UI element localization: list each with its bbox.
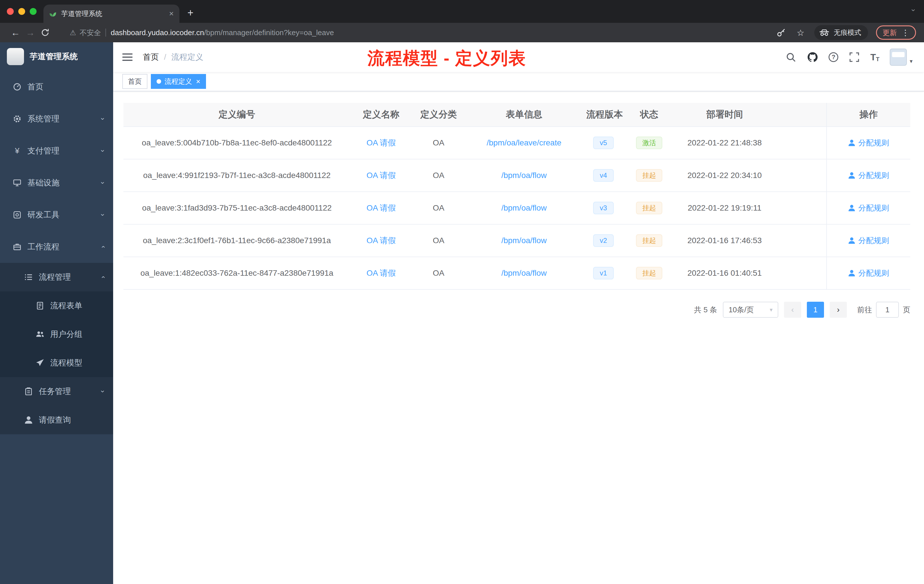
chrome-update-button[interactable]: 更新 ⋮ [876,25,916,40]
breadcrumb-home[interactable]: 首页 [143,52,159,63]
cell-category: OA [412,138,465,147]
browser-menu-icon[interactable]: ⋮ [901,28,909,38]
sidebar-item-label: 工作流程 [27,241,59,252]
sidebar-item-leave-query[interactable]: 请假查询 [0,406,113,434]
sidebar-item-process-management[interactable]: 流程管理 › [0,263,113,292]
tab-search-chevron-icon[interactable]: › [909,9,918,12]
cell-deploy-time: 2022-01-16 01:40:51 [674,269,826,278]
tag-home[interactable]: 首页 [122,74,147,89]
logo-avatar [7,48,24,65]
reload-button[interactable] [38,28,53,37]
assign-rule-link[interactable]: 分配规则 [848,268,889,278]
user-avatar-menu[interactable]: ▾ [890,49,912,66]
address-bar[interactable]: dashboard.yudao.iocoder.cn/bpm/manager/d… [111,28,776,37]
definition-name-link[interactable]: OA 请假 [366,203,396,212]
user-icon [24,416,33,425]
close-window-button[interactable] [7,8,14,15]
version-badge: v4 [593,169,614,182]
sidebar-logo[interactable]: 芋道管理系统 [0,42,113,71]
cell-form-info: /bpm/oa/flow [465,269,583,278]
security-chip[interactable]: ⚠ 不安全 [70,28,101,38]
sidebar-item-system[interactable]: 系统管理 › [0,103,113,135]
goto-unit-label: 页 [903,305,910,315]
password-key-icon[interactable] [776,27,787,38]
prev-page-button[interactable]: ‹ [784,302,801,318]
tag-label: 首页 [128,77,142,86]
status-badge: 挂起 [636,267,662,279]
cell-deploy-time: 2022-01-16 17:46:53 [674,236,826,245]
yen-icon: ¥ [13,146,22,155]
fullscreen-icon[interactable] [848,51,860,63]
assign-rule-link[interactable]: 分配规则 [848,203,889,213]
goto-page: 前往 页 [857,302,910,318]
user-group-icon [35,330,45,339]
form-link[interactable]: /bpm/oa/flow [502,269,547,277]
sidebar-item-infrastructure[interactable]: 基础设施 › [0,167,113,199]
send-icon [35,358,45,368]
zoom-window-button[interactable] [30,8,36,15]
form-link[interactable]: /bpm/oa/leave/create [487,138,561,147]
back-button[interactable]: ← [8,27,23,38]
definition-name-link[interactable]: OA 请假 [366,171,396,180]
sidebar-item-payment[interactable]: ¥ 支付管理 › [0,135,113,167]
sidebar-item-process-model[interactable]: 流程模型 [0,348,113,377]
next-page-button[interactable]: › [830,302,847,318]
app-navbar: 首页 / 流程定义 流程模型 - 定义列表 ? [113,42,924,72]
assign-rule-link[interactable]: 分配规则 [848,138,889,148]
cell-actions: 分配规则 [826,192,910,224]
user-icon [848,172,855,179]
cell-definition-id: oa_leave:1:482ec033-762a-11ec-8477-a2380… [124,269,350,278]
tag-close-icon[interactable]: × [196,77,200,86]
chevron-down-icon: › [99,118,107,120]
column-actions: 操作 [826,103,910,126]
forward-button[interactable]: → [23,27,38,38]
sidebar-item-task-management[interactable]: 任务管理 › [0,377,113,406]
table-row: oa_leave:3:1fad3d93-7b75-11ec-a3c8-acde4… [124,192,910,224]
bookmark-star-icon[interactable]: ☆ [795,27,806,38]
favicon [49,10,56,17]
form-link[interactable]: /bpm/oa/flow [502,171,547,180]
column-form-info: 表单信息 [465,108,583,121]
page-size-select[interactable]: 10条/页 ▾ [723,302,778,318]
definition-name-link[interactable]: OA 请假 [366,269,396,277]
incognito-badge[interactable]: 无痕模式 [814,25,868,40]
chevron-down-icon: › [99,390,107,393]
cell-category: OA [412,269,465,278]
avatar [890,49,907,66]
new-tab-button[interactable]: + [187,7,193,19]
tag-process-definition[interactable]: 流程定义 × [151,74,206,89]
browser-tab[interactable]: 芋道管理系统 × [43,5,180,23]
cell-status: 挂起 [624,169,674,182]
form-link[interactable]: /bpm/oa/flow [502,236,547,245]
sidebar-item-label: 请假查询 [39,414,71,426]
sidebar-item-home[interactable]: 首页 [0,71,113,103]
tab-close-icon[interactable]: × [169,9,174,18]
definition-name-link[interactable]: OA 请假 [366,138,396,147]
tab-strip: 芋道管理系统 × + › [0,0,924,23]
goto-page-input[interactable] [876,302,899,318]
search-icon[interactable] [785,51,797,63]
font-size-icon[interactable]: TT [870,52,879,63]
assign-rule-link[interactable]: 分配规则 [848,170,889,181]
sidebar-item-dev-tools[interactable]: 研发工具 › [0,199,113,231]
form-link[interactable]: /bpm/oa/flow [502,203,547,212]
breadcrumb-current: 流程定义 [172,52,203,63]
cell-status: 挂起 [624,267,674,279]
table-header: 定义编号 定义名称 定义分类 表单信息 流程版本 状态 部署时间 操作 [124,103,910,127]
help-icon[interactable]: ? [828,52,838,62]
version-badge: v5 [593,137,614,149]
minimize-window-button[interactable] [18,8,25,15]
sidebar-item-label: 流程模型 [50,358,82,368]
sidebar-item-workflow[interactable]: 工作流程 › [0,231,113,263]
sidebar-item-label: 用户分组 [50,329,82,340]
cell-definition-name: OA 请假 [350,170,412,181]
cell-deploy-time: 2022-01-22 21:48:38 [674,138,826,147]
hamburger-icon[interactable] [122,53,132,61]
definition-name-link[interactable]: OA 请假 [366,236,396,245]
page-number-button[interactable]: 1 [807,302,824,318]
assign-rule-link[interactable]: 分配规则 [848,236,889,246]
sidebar-item-user-group[interactable]: 用户分组 [0,320,113,348]
dashboard-icon [13,82,22,91]
github-icon[interactable] [807,51,818,63]
sidebar-item-process-form[interactable]: 流程表单 [0,292,113,320]
